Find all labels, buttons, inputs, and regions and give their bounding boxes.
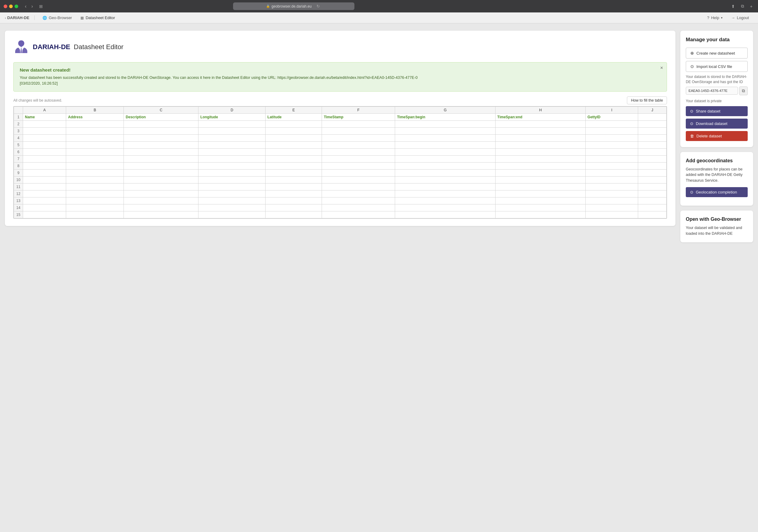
new-tab-button[interactable]: ⧉: [739, 3, 746, 9]
cell-1a[interactable]: Name: [23, 114, 66, 120]
minimize-traffic-light[interactable]: [9, 5, 13, 8]
subtitle-text: Datasheet Editor: [74, 43, 123, 50]
copy-id-button[interactable]: ⧉: [739, 86, 748, 95]
table-row: 9: [14, 169, 667, 176]
trash-icon: 🗑: [690, 134, 694, 138]
app-header: DARIAH-DE Datasheet Editor: [13, 39, 667, 55]
browser-actions: ⬆ ⧉ +: [730, 3, 754, 9]
cell-1g[interactable]: TimeSpan:begin: [395, 114, 495, 120]
url-text: geobrowser.de.dariah.eu: [272, 4, 312, 9]
forward-button[interactable]: ›: [29, 3, 35, 9]
share-dataset-button[interactable]: ⊙ Share dataset: [686, 106, 748, 116]
nav-brand: › DARIAH-DE: [5, 16, 35, 20]
lock-icon: 🔒: [266, 5, 270, 8]
download-btn-label: Download dataset: [696, 121, 727, 126]
reload-button[interactable]: ↻: [315, 4, 322, 9]
share-btn-label: Share dataset: [696, 109, 720, 114]
address-bar: 🔒 geobrowser.de.dariah.eu ↻: [233, 2, 355, 10]
import-btn-label: Import local CSV file: [696, 64, 732, 69]
cell-1h[interactable]: TimeSpan:end: [495, 114, 585, 120]
manage-data-card: Manage your data ⊕ Create new datasheet …: [680, 31, 753, 147]
manage-title: Manage your data: [686, 37, 748, 43]
nav-geobrowser-label: Geo-Browser: [49, 16, 72, 20]
alert-message: Your datasheet has been successfully cre…: [20, 75, 661, 86]
how-to-fill-button[interactable]: How to fill the table: [627, 96, 667, 104]
nav-item-geobrowser[interactable]: 🌐 Geo-Browser: [38, 16, 77, 20]
table-row: 8: [14, 162, 667, 169]
delete-dataset-button[interactable]: 🗑 Delete dataset: [686, 131, 748, 141]
table-row: 10: [14, 176, 667, 183]
download-dataset-button[interactable]: ⊙ Download dataset: [686, 118, 748, 129]
cell-2a[interactable]: [23, 120, 66, 127]
table-row: 2: [14, 120, 667, 127]
col-h: H: [495, 107, 585, 114]
create-datasheet-button[interactable]: ⊕ Create new datasheet: [686, 48, 748, 58]
cell-1e[interactable]: Latitude: [265, 114, 322, 120]
data-table: A B C D E F G H I J 1: [14, 107, 667, 218]
cell-1j[interactable]: [638, 114, 667, 120]
logout-icon: →: [731, 16, 735, 20]
table-row: 13: [14, 197, 667, 204]
nav-item-datasheet-editor[interactable]: ▦ Datasheet Editor: [76, 16, 119, 20]
alert-title: New datasheet created!: [20, 67, 661, 73]
close-traffic-light[interactable]: [4, 5, 7, 8]
import-csv-button[interactable]: ⊙ Import local CSV file: [686, 61, 748, 72]
table-row: 3: [14, 127, 667, 134]
nav-logout-label: Logout: [737, 16, 749, 20]
cell-1c[interactable]: Description: [124, 114, 198, 120]
nav-editor-label: Datasheet Editor: [86, 16, 115, 20]
brand-text: DARIAH-DE: [33, 43, 70, 50]
nav-item-help[interactable]: ? Help ▾: [703, 16, 727, 20]
layout-button[interactable]: ⊞: [37, 3, 45, 9]
dataset-id-input[interactable]: [686, 87, 738, 95]
geo-btn-label: Geolocation completion: [696, 190, 737, 194]
geolocation-completion-button[interactable]: ⊙ Geolocation completion: [686, 187, 748, 197]
nav-arrow: ›: [5, 16, 6, 20]
dataset-id-section: Your dataset is stored to the DARIAH-DE …: [686, 74, 748, 95]
geocoord-description: Geocoordinates for places can be added w…: [686, 167, 748, 183]
row-num-3: 3: [14, 127, 23, 134]
table-row: 1 Name Address Description Longitude Lat…: [14, 114, 667, 120]
table-row: 12: [14, 190, 667, 197]
col-c: C: [124, 107, 198, 114]
cell-1d[interactable]: Longitude: [198, 114, 265, 120]
cell-1i[interactable]: GettyID: [586, 114, 638, 120]
col-d: D: [198, 107, 265, 114]
nav-item-logout[interactable]: → Logout: [727, 16, 753, 20]
cell-1b[interactable]: Address: [66, 114, 124, 120]
globe-icon-2: ⊙: [690, 190, 693, 194]
table-row: 4: [14, 134, 667, 141]
table-icon: ▦: [81, 16, 84, 20]
table-row: 7: [14, 155, 667, 162]
geocoord-card: Add geocoordinates Geocoordinates for pl…: [680, 152, 753, 206]
row-num-1: 1: [14, 114, 23, 120]
col-a: A: [23, 107, 66, 114]
table-row: 6: [14, 148, 667, 155]
plus-circle-icon: ⊕: [690, 50, 694, 55]
alert-close-button[interactable]: ×: [660, 66, 663, 70]
sidebar: Manage your data ⊕ Create new datasheet …: [680, 31, 753, 242]
cell-1f[interactable]: TimeStamp: [322, 114, 395, 120]
opengeo-description: Your dataset will be validated and loade…: [686, 225, 748, 237]
table-row: 14: [14, 204, 667, 211]
geocoord-title: Add geocoordinates: [686, 158, 748, 163]
dataset-id-label: Your dataset is stored to the DARIAH-DE …: [686, 74, 748, 84]
back-button[interactable]: ‹: [23, 3, 28, 9]
alert-url[interactable]: https://geobrowser.de.dariah.eu/beta/edi…: [277, 76, 418, 80]
nav-help-label: Help: [711, 16, 719, 20]
brand-name: DARIAH-DE Datasheet Editor: [33, 43, 123, 51]
table-row: 15: [14, 211, 667, 218]
maximize-traffic-light[interactable]: [15, 5, 18, 8]
spreadsheet: A B C D E F G H I J 1: [13, 106, 667, 219]
share-browser-button[interactable]: ⬆: [730, 3, 737, 9]
open-geo-card: Open with Geo-Browser Your dataset will …: [680, 211, 753, 243]
table-row: 5: [14, 141, 667, 148]
create-btn-label: Create new datasheet: [696, 51, 735, 55]
col-j: J: [638, 107, 667, 114]
share-icon: ⊙: [690, 109, 693, 114]
nav-right: ? Help ▾ → Logout: [703, 16, 753, 20]
page-wrapper: DARIAH-DE Datasheet Editor New datasheet…: [0, 23, 758, 249]
nav-brand-label[interactable]: DARIAH-DE: [7, 16, 29, 20]
more-button[interactable]: +: [748, 3, 754, 9]
browser-nav: ‹ ›: [23, 3, 35, 9]
